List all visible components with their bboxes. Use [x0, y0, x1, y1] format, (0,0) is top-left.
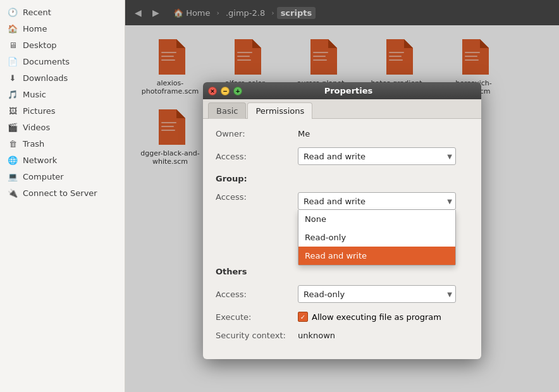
sidebar-item-computer[interactable]: 💻Computer [0, 168, 125, 185]
main-content: ◀ ▶ 🏠 Home › .gimp-2.8 › scripts alexios… [125, 0, 559, 392]
others-access-select-wrapper: Read-only ▼ [298, 285, 456, 303]
group-row: Group: [216, 174, 469, 183]
sidebar-item-network[interactable]: 🌐Network [0, 152, 125, 168]
sidebar-label-pictures: Pictures [23, 106, 55, 116]
others-access-label: Access: [216, 290, 298, 299]
dropdown-readwrite[interactable]: Read and write [298, 247, 455, 265]
sidebar-item-music[interactable]: 🎵Music [0, 86, 125, 102]
execute-checkbox-label: Allow executing file as program [312, 312, 441, 322]
group-access-select[interactable]: Read and write [298, 192, 456, 210]
tab-basic[interactable]: Basic [208, 102, 246, 119]
modal-title: Properties [246, 86, 451, 95]
sidebar-label-videos: Videos [23, 123, 50, 132]
execute-row: Execute: ✓ Allow executing file as progr… [216, 312, 469, 322]
documents-icon: 📄 [8, 56, 18, 66]
execute-checkbox[interactable]: ✓ [298, 312, 308, 322]
owner-value: Me [298, 129, 310, 138]
downloads-icon: ⬇ [8, 73, 18, 83]
others-access-row: Access: Read-only ▼ [216, 285, 469, 303]
videos-icon: 🎬 [8, 122, 18, 132]
minimize-button[interactable]: − [221, 87, 230, 95]
sidebar-label-music: Music [23, 90, 46, 99]
music-icon: 🎵 [8, 89, 18, 99]
sidebar-label-computer: Computer [23, 172, 64, 181]
security-row: Security context: unknown [216, 331, 469, 340]
recent-icon: 🕐 [8, 7, 18, 17]
sidebar-label-connect-to-server: Connect to Server [23, 188, 97, 198]
owner-row: Owner: Me [216, 129, 469, 138]
tab-permissions[interactable]: Permissions [247, 102, 312, 119]
dropdown-readonly[interactable]: Read-only [298, 228, 455, 247]
owner-access-label: Access: [216, 152, 298, 161]
execute-label: Execute: [216, 312, 298, 322]
others-label: Others [216, 267, 298, 276]
modal-titlebar: × − + Properties [203, 82, 481, 99]
others-row: Others [216, 267, 469, 276]
desktop-icon: 🖥 [8, 40, 18, 50]
permissions-content: Owner: Me Access: Read and write ▼ Group… [203, 119, 481, 359]
group-access-label: Access: [216, 192, 298, 202]
maximize-button[interactable]: + [233, 87, 242, 95]
sidebar-label-network: Network [23, 156, 57, 165]
owner-access-select[interactable]: Read and write [298, 147, 456, 165]
group-access-row: Access: Read and write ▼ None Read-only … [216, 192, 469, 210]
sidebar-item-desktop[interactable]: 🖥Desktop [0, 37, 125, 53]
sidebar-item-home[interactable]: 🏠Home [0, 20, 125, 37]
close-button[interactable]: × [208, 87, 217, 95]
sidebar-item-downloads[interactable]: ⬇Downloads [0, 70, 125, 86]
sidebar-label-trash: Trash [23, 139, 44, 149]
sidebar-item-trash[interactable]: 🗑Trash [0, 135, 125, 152]
security-value: unknown [298, 331, 335, 340]
sidebar-label-desktop: Desktop [23, 40, 57, 50]
sidebar-label-home: Home [23, 24, 47, 34]
tab-bar: Basic Permissions [203, 99, 481, 119]
sidebar-item-pictures[interactable]: 🖼Pictures [0, 102, 125, 119]
security-label: Security context: [216, 331, 298, 340]
sidebar-item-connect-to-server[interactable]: 🔌Connect to Server [0, 185, 125, 201]
home-icon: 🏠 [8, 23, 18, 34]
sidebar-item-recent[interactable]: 🕐Recent [0, 4, 125, 20]
sidebar-label-downloads: Downloads [23, 73, 68, 83]
execute-checkbox-row: ✓ Allow executing file as program [298, 312, 441, 322]
owner-label: Owner: [216, 129, 298, 138]
group-access-dropdown: None Read-only Read and write [298, 210, 456, 266]
network-icon: 🌐 [8, 155, 18, 165]
modal-overlay: × − + Properties Basic Permissions Owner… [125, 0, 559, 392]
computer-icon: 💻 [8, 171, 18, 181]
pictures-icon: 🖼 [8, 106, 18, 116]
sidebar-item-videos[interactable]: 🎬Videos [0, 119, 125, 135]
connect-to-server-icon: 🔌 [8, 188, 18, 198]
dropdown-none[interactable]: None [298, 210, 455, 228]
sidebar-label-documents: Documents [23, 57, 70, 66]
sidebar-label-recent: Recent [23, 8, 51, 17]
trash-icon: 🗑 [8, 138, 18, 149]
group-label: Group: [216, 174, 298, 183]
others-access-select[interactable]: Read-only [298, 285, 456, 303]
owner-access-row: Access: Read and write ▼ [216, 147, 469, 165]
sidebar: 🕐Recent🏠Home🖥Desktop📄Documents⬇Downloads… [0, 0, 125, 392]
group-access-select-wrapper: Read and write ▼ None Read-only Read and… [298, 192, 456, 210]
modal-body: Basic Permissions Owner: Me Access: Read… [203, 99, 481, 359]
sidebar-item-documents[interactable]: 📄Documents [0, 53, 125, 70]
properties-modal: × − + Properties Basic Permissions Owner… [203, 82, 481, 359]
owner-access-select-wrapper: Read and write ▼ [298, 147, 456, 165]
